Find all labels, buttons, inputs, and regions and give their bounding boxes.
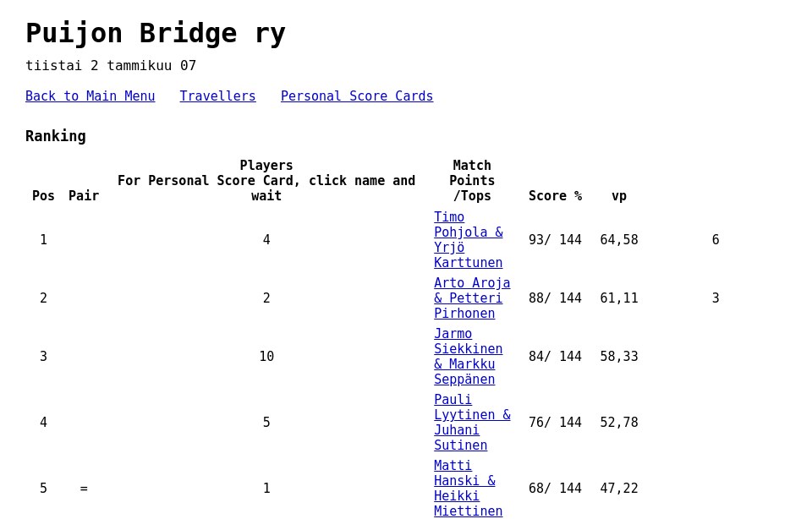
cell-name: Matti Hanski & Heikki Miettinen [427, 456, 517, 519]
cell-eq [62, 273, 106, 324]
cell-pair: 4 [106, 207, 427, 273]
cell-pair: 1 [106, 456, 427, 519]
cell-match-points: 88/ 144 [518, 273, 594, 324]
player-name-link[interactable]: Timo Pohjola & Yrjö Karttunen [434, 210, 502, 270]
cell-vp: 3 [645, 273, 787, 324]
cell-name: Timo Pohjola & Yrjö Karttunen [427, 207, 517, 273]
cell-name: Pauli Lyytinen & Juhani Sutinen [427, 390, 517, 456]
cell-pos: 3 [25, 324, 62, 390]
player-name-link[interactable]: Matti Hanski & Heikki Miettinen [434, 458, 502, 519]
cell-pos: 4 [25, 390, 62, 456]
cell-vp [645, 456, 787, 519]
table-row: 5=1Matti Hanski & Heikki Miettinen68/ 14… [25, 456, 787, 519]
player-name-link[interactable]: Arto Aroja & Petteri Pirhonen [434, 276, 510, 321]
cell-match-points: 84/ 144 [518, 324, 594, 390]
cell-vp: 6 [645, 207, 787, 273]
travellers-link[interactable]: Travellers [180, 89, 256, 104]
cell-eq: = [62, 456, 106, 519]
cell-name: Arto Aroja & Petteri Pirhonen [427, 273, 517, 324]
cell-score: 64,58 [594, 207, 645, 273]
table-row: 310Jarmo Siekkinen & Markku Seppänen84/ … [25, 324, 787, 390]
cell-score: 61,11 [594, 273, 645, 324]
page-title: Puijon Bridge ry [25, 17, 787, 49]
personal-score-cards-link[interactable]: Personal Score Cards [281, 89, 434, 104]
col-header-pos: Pos [25, 155, 62, 207]
subtitle: tiistai 2 tammikuu 07 [25, 57, 787, 74]
cell-score: 52,78 [594, 390, 645, 456]
cell-match-points: 93/ 144 [518, 207, 594, 273]
table-row: 14Timo Pohjola & Yrjö Karttunen93/ 14464… [25, 207, 787, 273]
cell-eq [62, 207, 106, 273]
player-name-link[interactable]: Jarmo Siekkinen & Markku Seppänen [434, 326, 502, 387]
table-row: 22Arto Aroja & Petteri Pirhonen88/ 14461… [25, 273, 787, 324]
cell-pos: 2 [25, 273, 62, 324]
cell-pos: 1 [25, 207, 62, 273]
col-header-pair: Pair [62, 155, 106, 207]
cell-pair: 2 [106, 273, 427, 324]
cell-pair: 5 [106, 390, 427, 456]
cell-match-points: 68/ 144 [518, 456, 594, 519]
cell-score: 47,22 [594, 456, 645, 519]
cell-eq [62, 324, 106, 390]
col-header-score: Score % [518, 155, 594, 207]
ranking-table: Pos Pair Players For Personal Score Card… [25, 155, 787, 519]
cell-name: Jarmo Siekkinen & Markku Seppänen [427, 324, 517, 390]
col-header-match-points: Match Points /Tops [427, 155, 517, 207]
cell-score: 58,33 [594, 324, 645, 390]
cell-match-points: 76/ 144 [518, 390, 594, 456]
cell-pair: 10 [106, 324, 427, 390]
cell-pos: 5 [25, 456, 62, 519]
table-row: 45Pauli Lyytinen & Juhani Sutinen76/ 144… [25, 390, 787, 456]
player-name-link[interactable]: Pauli Lyytinen & Juhani Sutinen [434, 392, 510, 453]
col-header-vp: vp [594, 155, 645, 207]
cell-eq [62, 390, 106, 456]
cell-vp [645, 324, 787, 390]
ranking-label: Ranking [25, 128, 787, 145]
nav-links: Back to Main Menu Travellers Personal Sc… [25, 89, 787, 104]
cell-vp [645, 390, 787, 456]
back-to-main-menu-link[interactable]: Back to Main Menu [25, 89, 156, 104]
col-header-players: Players For Personal Score Card, click n… [106, 155, 427, 207]
